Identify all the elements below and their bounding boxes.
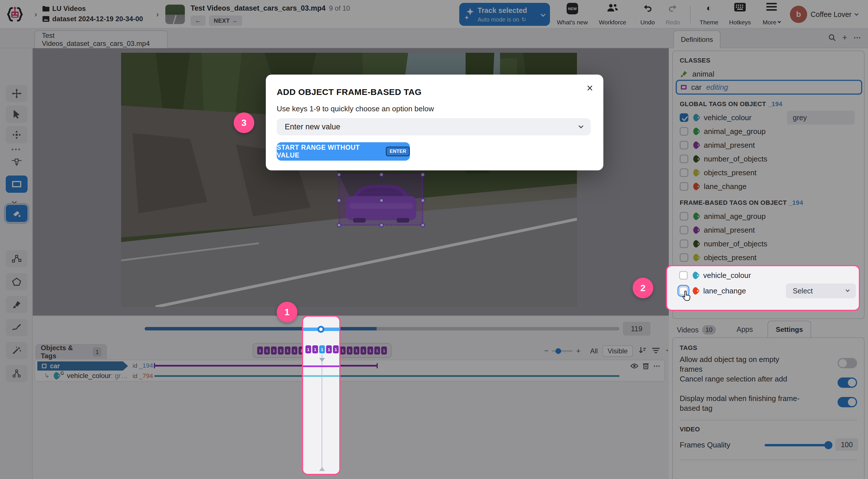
- lane-change-select-dropdown[interactable]: Select: [786, 283, 856, 298]
- chevron-down-icon: [846, 288, 849, 292]
- chevron-down-icon: [579, 124, 584, 129]
- tag-icon: [691, 286, 700, 295]
- guide-highlight-lane-change: vehicle_colour lane_change Select: [666, 265, 860, 311]
- guide-step-3: 3: [234, 112, 254, 133]
- tag-icon: [691, 271, 700, 280]
- modal-title: ADD OBJECT FRAME-BASED TAG: [277, 87, 422, 97]
- car-track-active-segment: [303, 366, 339, 367]
- video-labeling-app: › LU Videos dataset 2024-12-19 20-34-00 …: [0, 0, 868, 479]
- frame-cursor-pointer: [319, 358, 325, 362]
- scrubber-handle[interactable]: [317, 326, 324, 333]
- modal-subtitle: Use keys 1-9 to quickly choose an option…: [277, 104, 434, 113]
- guide-highlight-timeline: 1 1 1 1 1: [302, 315, 340, 475]
- hand-cursor-icon: [682, 290, 691, 301]
- frame-tag-lane-change[interactable]: lane_change Select: [679, 283, 851, 298]
- close-icon[interactable]: ×: [587, 82, 593, 94]
- tag-track-active-segment: [303, 375, 339, 377]
- modal-dim-overlay: [0, 0, 868, 479]
- enter-key-badge: ENTER: [386, 146, 410, 156]
- guide-step-2: 2: [632, 278, 653, 298]
- add-tag-modal: ADD OBJECT FRAME-BASED TAG × Use keys 1-…: [266, 75, 603, 170]
- guide-step-1: 1: [277, 302, 298, 322]
- checkbox[interactable]: [679, 271, 688, 280]
- frame-cursor-line: [321, 354, 322, 469]
- start-range-button[interactable]: START RANGE WITHOUT VALUE ENTER: [277, 142, 410, 161]
- frame-cursor-bottom-pointer: [319, 467, 325, 471]
- tag-value-dropdown[interactable]: Enter new value: [277, 118, 591, 135]
- frame-tag-vehicle-colour[interactable]: vehicle_colour: [679, 269, 751, 282]
